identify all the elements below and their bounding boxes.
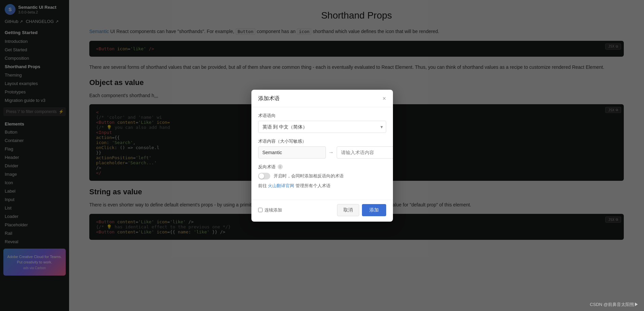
dialog-body: 术语语向 英语 到 中文（简体） ▾ 术语内容（大小写敏感） → 反向术语 i — [251, 107, 393, 200]
term-content-row: → — [258, 146, 386, 159]
toggle-row: 开启时，会同时添加相反语向的术语 — [258, 173, 386, 179]
manage-suffix: 管理所有个人术语 — [296, 183, 331, 188]
continuous-add-checkbox-label[interactable]: 连续添加 — [258, 207, 282, 213]
dialog-footer: 连续添加 取消 添加 — [251, 200, 393, 222]
direction-label: 术语语向 — [258, 113, 386, 119]
modal-overlay[interactable]: 添加术语 × 术语语向 英语 到 中文（简体） ▾ 术语内容（大小写敏感） → … — [0, 0, 644, 311]
add-term-dialog: 添加术语 × 术语语向 英语 到 中文（简体） ▾ 术语内容（大小写敏感） → … — [251, 90, 393, 222]
toggle-text: 开启时，会同时添加相反语向的术语 — [274, 173, 344, 179]
direction-select[interactable]: 英语 到 中文（简体） — [258, 121, 386, 133]
continuous-add-checkbox[interactable] — [258, 208, 263, 212]
reverse-label-text: 反向术语 — [258, 164, 276, 170]
target-term-input[interactable] — [337, 146, 393, 159]
reverse-toggle[interactable] — [258, 173, 270, 179]
direction-select-wrapper: 英语 到 中文（简体） ▾ — [258, 121, 386, 133]
cancel-button[interactable]: 取消 — [337, 204, 359, 216]
manage-website-link[interactable]: 火山翻译官网 — [268, 183, 294, 188]
add-button[interactable]: 添加 — [362, 204, 386, 216]
content-label: 术语内容（大小写敏感） — [258, 138, 386, 144]
dialog-title: 添加术语 — [258, 95, 280, 102]
reverse-label: 反向术语 i — [258, 164, 386, 170]
arrow-icon: → — [329, 149, 334, 156]
continuous-add-label: 连续添加 — [265, 207, 282, 213]
watermark: CSDN @前鼻音太阳熊▶ — [590, 302, 639, 308]
toggle-knob — [259, 173, 264, 179]
footer-buttons: 取消 添加 — [337, 204, 386, 216]
source-term-input[interactable] — [258, 146, 326, 159]
dialog-header: 添加术语 × — [251, 90, 393, 107]
manage-prefix: 前往 — [258, 183, 267, 188]
info-icon[interactable]: i — [278, 164, 283, 169]
dialog-close-button[interactable]: × — [382, 95, 386, 102]
watermark-text: CSDN @前鼻音太阳熊▶ — [590, 302, 639, 307]
reverse-term-section: 反向术语 i 开启时，会同时添加相反语向的术语 — [258, 164, 386, 179]
manage-link-row: 前往 火山翻译官网 管理所有个人术语 — [258, 183, 386, 189]
